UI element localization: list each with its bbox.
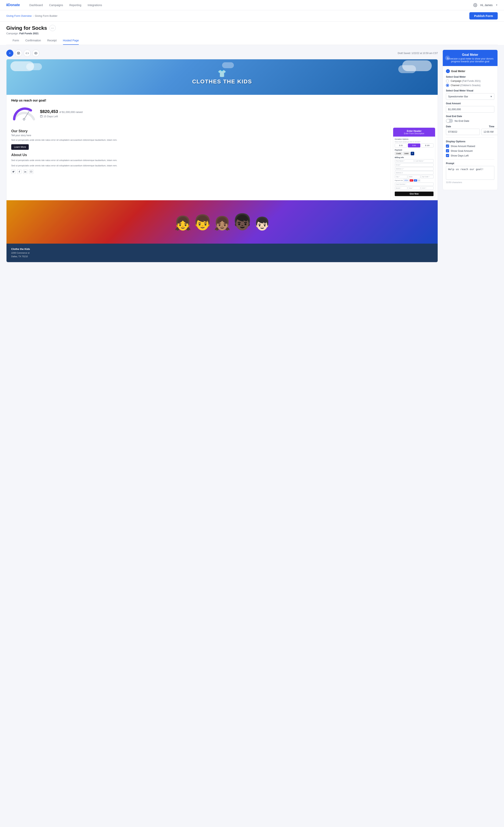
month-field[interactable]: Month * <box>395 187 407 190</box>
sidebar-panel: « Goal Meter Showcase a goal meter to sh… <box>443 50 498 190</box>
show-days-checkbox[interactable] <box>446 154 449 157</box>
donation-options-label: Donation Options <box>395 138 434 140</box>
facebook-icon[interactable] <box>17 169 21 174</box>
goal-meter-wrap: $820,453 of $1,000,000 raised 15 Days Le… <box>11 105 433 121</box>
panel-title: Goal Meter <box>446 53 494 57</box>
story-subheading: Tell your story here <box>11 134 386 137</box>
last-name-field[interactable]: Last Name * <box>414 159 434 162</box>
face-2: 👦 <box>193 214 212 231</box>
mini-donation-form: Enter Header Enter Form Description Dona… <box>393 128 435 198</box>
radio-campaign-circle <box>446 80 449 83</box>
address2-row: Address 2 <box>395 171 434 175</box>
prompt-textarea[interactable]: Help us reach our goal! <box>446 166 494 180</box>
first-name-field[interactable]: First Name * <box>395 159 414 162</box>
paypal-button[interactable]: P <box>411 152 414 155</box>
time-select[interactable]: 12:00 AM <box>481 129 498 135</box>
city-field[interactable]: City * <box>395 175 407 178</box>
tab-receipt[interactable]: Receipt <box>47 37 57 45</box>
tab-confirmation[interactable]: Confirmation <box>25 37 41 45</box>
debit-button[interactable]: Debit <box>403 152 410 155</box>
no-end-date-row: No End Date <box>446 119 494 123</box>
canvas: 👕 CLOTHES THE KIDS Help us reach our goa… <box>6 59 438 262</box>
time-label: Time <box>489 125 494 128</box>
settings-icon[interactable] <box>473 3 477 7</box>
tab-hosted-page[interactable]: Hosted Page <box>63 37 79 45</box>
face-5: 👦🏻 <box>254 216 270 231</box>
svg-point-0 <box>475 5 475 5</box>
palette-button[interactable] <box>15 50 22 57</box>
cvv-field[interactable]: CVV * <box>421 187 434 190</box>
mini-form-body: Donation Options How much would you like… <box>393 137 435 198</box>
story-column: Our Story Tell your story here Sed ut pe… <box>6 125 390 200</box>
tab-form[interactable]: Form <box>13 37 19 45</box>
add-element-button[interactable]: + <box>6 50 13 57</box>
goal-amount-input[interactable] <box>446 106 494 112</box>
radio-channel[interactable]: Channel (Children's Snacks) <box>446 84 494 87</box>
canvas-area: + Draft Saved: 1/22/22 at 10:59 am CST <box>6 50 438 262</box>
face-1: 👧 <box>174 215 191 231</box>
breadcrumb-separator: ‹ <box>33 14 34 17</box>
date-time-row: 12:00 AM ▼ <box>446 129 494 135</box>
amount-100[interactable]: $ 100 <box>421 144 434 147</box>
form-title: Giving for Socks <box>6 25 47 31</box>
hero-section: 👕 CLOTHES THE KIDS <box>6 59 438 95</box>
credit-button[interactable]: Credit <box>395 152 402 155</box>
year-field[interactable]: Year * <box>408 187 421 190</box>
show-raised-checkbox[interactable] <box>446 144 449 148</box>
goal-amount-label: Goal Amount <box>446 102 494 105</box>
nav-reporting[interactable]: Reporting <box>69 4 81 7</box>
about-body-2: Sed ut perspiciatis unde omnis iste natu… <box>11 164 386 167</box>
user-chevron-icon: ▼ <box>496 4 498 6</box>
code-icon <box>25 52 29 55</box>
amount-50[interactable]: $ 50 <box>408 144 420 147</box>
show-raised-row: Show Amount Raised <box>446 144 494 148</box>
form-header: Giving for Socks ··· Campaign: Fall Fund… <box>0 22 504 45</box>
state-field[interactable]: State <box>408 175 421 178</box>
footer-address: 2200 Commerce st Dallas, TX 75210 <box>11 251 433 258</box>
tabs-bar: Form Confirmation Receipt Hosted Page <box>6 37 498 45</box>
show-goal-checkbox[interactable] <box>446 149 449 152</box>
nav-campaigns[interactable]: Campaigns <box>49 4 63 7</box>
check-icon <box>447 145 448 147</box>
date-input[interactable] <box>446 129 480 135</box>
give-now-button[interactable]: Give Now <box>395 192 434 196</box>
visa-icon: VISA <box>403 179 409 182</box>
breadcrumb-current: Giving Form Builder <box>35 14 57 17</box>
linkedin-icon[interactable] <box>23 169 27 174</box>
email-icon[interactable] <box>29 169 33 174</box>
nav-dashboard[interactable]: Dashboard <box>29 4 43 7</box>
donation-question: How much would you like to donate? <box>395 141 434 143</box>
amount-25[interactable]: $ 25 <box>395 144 407 147</box>
check-icon-2 <box>447 150 448 152</box>
billing-label: Billing Info <box>395 156 434 158</box>
twitter-icon[interactable] <box>11 169 15 174</box>
goal-radio-group: Campaign (Fall Funds 2021) Channel (Chil… <box>446 80 494 87</box>
email-field[interactable]: Email * <box>395 163 434 166</box>
visual-select[interactable]: Speedometer Bar Progress Bar Thermometer <box>446 93 494 100</box>
collapse-goal-meter-button[interactable]: − <box>446 69 450 73</box>
palette-icon <box>17 52 20 55</box>
breadcrumb-parent[interactable]: Giving Form Overview <box>6 14 32 17</box>
no-end-date-toggle[interactable] <box>446 119 453 123</box>
code-button[interactable] <box>23 50 31 57</box>
preview-button[interactable] <box>32 50 39 57</box>
zip-field[interactable]: Zip Code * <box>421 175 434 178</box>
address1-field[interactable]: Address 1 * <box>395 167 434 171</box>
svg-point-2 <box>36 53 36 54</box>
svg-rect-6 <box>40 115 43 117</box>
goal-prompt: Help us reach our goal! <box>11 99 433 102</box>
more-options-button[interactable]: ··· <box>49 25 56 31</box>
address2-field[interactable]: Address 2 <box>395 171 434 175</box>
divider-2 <box>446 159 494 160</box>
time-wrap: 12:00 AM ▼ <box>481 129 498 135</box>
learn-more-button[interactable]: Learn More <box>11 144 29 150</box>
user-menu[interactable]: Hi, James <box>481 4 493 7</box>
nav-integrations[interactable]: Integrations <box>88 4 102 7</box>
goal-days: 15 Days Left <box>40 115 82 118</box>
char-count: 31/50 characters <box>446 181 494 184</box>
publish-button[interactable]: Publish Form <box>469 12 498 19</box>
radio-campaign[interactable]: Campaign (Fall Funds 2021) <box>446 80 494 83</box>
mini-form-header: Enter Header Enter Form Description <box>393 128 435 137</box>
about-body-1: Sed ut perspiciatis unde omnis iste natu… <box>11 159 386 162</box>
card-number-field[interactable]: Card Number * <box>395 183 434 186</box>
